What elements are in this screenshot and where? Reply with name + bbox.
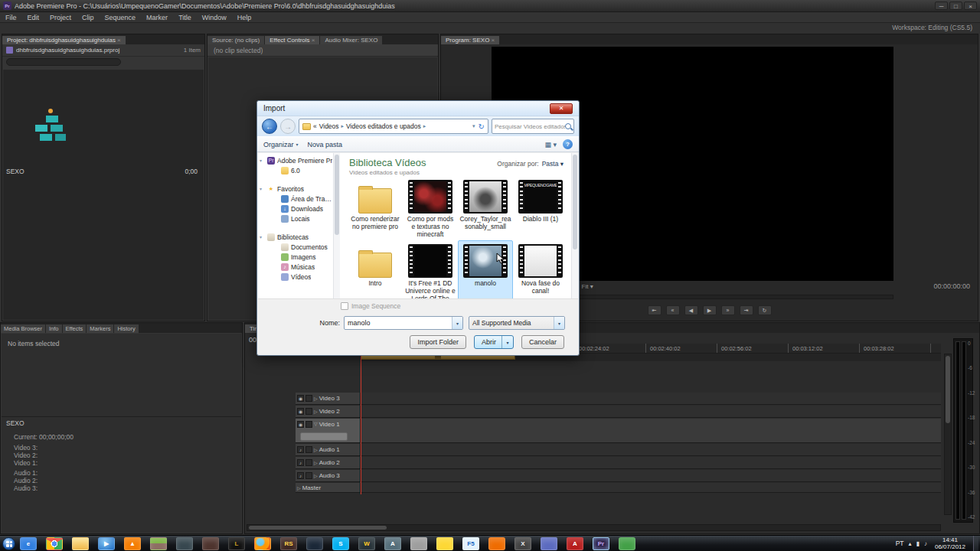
taskbar-icon[interactable]: ▶ [98, 537, 115, 550]
taskbar-icon[interactable] [150, 537, 167, 550]
taskbar-icon[interactable]: A [384, 537, 401, 550]
track-header-video3[interactable]: ◉ ▷ Video 3 [296, 393, 361, 404]
track-header-audio2[interactable]: ♪ ▷ Audio 2 [296, 457, 361, 468]
panel-tab[interactable]: History [114, 324, 139, 333]
file-item[interactable]: It's Free #1 DD Univerce online e Lords … [403, 240, 458, 298]
close-button[interactable]: × [964, 2, 977, 10]
toggle-track-lock-icon[interactable] [305, 395, 312, 402]
toggle-track-output-icon[interactable]: ◉ [297, 421, 304, 428]
video-thumbnail[interactable] [408, 180, 452, 214]
tab-project[interactable]: Project: dhbfruisdghasuidghasuighduias [2, 36, 126, 44]
toggle-track-mute-icon[interactable]: ♪ [297, 472, 304, 479]
transport-button[interactable]: ⇤ [648, 305, 662, 315]
toggle-track-output-icon[interactable]: ◉ [297, 395, 304, 402]
collapse-track-icon[interactable]: ▷ [314, 460, 318, 465]
transport-button[interactable]: ◀ [684, 305, 698, 315]
video-thumbnail[interactable] [518, 244, 563, 278]
organize-button[interactable]: Organizar▾ [263, 141, 299, 148]
taskbar-icon[interactable] [619, 537, 635, 550]
toggle-track-output-icon[interactable]: ◉ [297, 408, 304, 415]
track-header-audio3[interactable]: ♪ ▷ Audio 3 [296, 470, 361, 481]
new-folder-button[interactable]: Nova pasta [308, 141, 343, 148]
taskbar-icon[interactable] [46, 537, 63, 550]
panel-tab[interactable]: Source: (no clips) [207, 36, 265, 44]
open-button[interactable]: Abrir ▾ [474, 335, 514, 349]
file-item[interactable]: Como por mods e texturas no minecraft [403, 176, 458, 240]
file-item[interactable]: MPEQUENOGAME Diablo III (1) [513, 176, 568, 240]
sidebar-item[interactable]: ▾ Bibliotecas [258, 232, 333, 242]
sidebar-item[interactable]: Área de Trabalho [258, 194, 333, 204]
panel-tab[interactable]: Effect Controls [265, 36, 320, 44]
sequence-thumbnail[interactable] [23, 105, 78, 163]
panel-tab[interactable]: Markers [87, 324, 114, 333]
taskbar-icon[interactable]: RS [280, 537, 297, 550]
menu-item[interactable]: Help [232, 14, 257, 21]
taskbar-icon[interactable]: W [358, 537, 375, 550]
file-item-selected[interactable]: manolo [458, 240, 513, 298]
sidebar-item[interactable]: Imagens [258, 252, 333, 262]
expander-icon[interactable]: ▾ [260, 234, 265, 240]
track-header-master[interactable]: ▷ Master [296, 483, 361, 492]
checkbox-icon[interactable] [341, 302, 348, 310]
arrange-by-dropdown[interactable]: Pasta ▾ [542, 160, 564, 168]
history-dropdown-icon[interactable]: ▾ [472, 123, 475, 129]
sidebar-item[interactable]: ↓ Downloads [258, 204, 333, 214]
window-titlebar[interactable]: Pr Adobe Premiere Pro - C:\Usuários\Umpe… [0, 0, 980, 12]
video1-clip[interactable] [300, 432, 348, 441]
transport-button[interactable]: » [721, 305, 735, 315]
menu-item[interactable]: File [0, 14, 22, 21]
files-scrollbar[interactable] [571, 153, 578, 298]
track-content-audio3[interactable] [361, 470, 941, 481]
taskbar-icon[interactable]: S [332, 537, 349, 550]
sidebar-item[interactable]: 6.0 [258, 165, 333, 175]
project-item-list[interactable]: SEXO 0;00 [3, 70, 204, 320]
toggle-track-lock-icon[interactable] [305, 472, 312, 479]
menu-item[interactable]: Title [173, 14, 197, 21]
zoom-level-dropdown[interactable]: Fit ▾ [582, 283, 593, 290]
sidebar-item[interactable]: ▾ ★ Favoritos [258, 184, 333, 194]
taskbar-icon[interactable] [436, 537, 453, 550]
file-item[interactable]: Nova fase do canal! [513, 240, 568, 298]
transport-button[interactable]: « [666, 305, 680, 315]
image-sequence-checkbox[interactable]: Image Sequence [341, 302, 400, 310]
minimize-button[interactable]: ─ [935, 2, 948, 10]
language-indicator[interactable]: PT [896, 540, 904, 547]
project-search-input[interactable] [6, 58, 121, 66]
workspace-indicator[interactable]: Workspace: Editing (CS5.5) [892, 24, 972, 31]
collapse-track-icon[interactable]: ▽ [314, 421, 318, 426]
expander-icon[interactable]: ▾ [260, 158, 265, 163]
menu-item[interactable]: Project [44, 14, 77, 21]
refresh-icon[interactable]: ↻ [479, 122, 485, 131]
breadcrumb-segment-videos[interactable]: Videos [319, 122, 339, 130]
sidebar-scrollbar[interactable] [333, 153, 340, 298]
panel-tab[interactable]: Info [46, 324, 63, 333]
video-thumbnail[interactable]: MPEQUENOGAME [518, 180, 563, 214]
network-icon[interactable]: ▮ [916, 540, 920, 547]
taskbar-icon[interactable] [541, 537, 557, 550]
menu-item[interactable]: Clip [77, 14, 100, 21]
playhead[interactable] [361, 354, 361, 494]
back-button[interactable]: ← [262, 119, 277, 134]
file-item[interactable]: Corey_Taylor_rea sonably_small [458, 176, 513, 240]
track-content-video2[interactable] [361, 406, 941, 417]
track-content-audio2[interactable] [361, 457, 941, 468]
menu-item[interactable]: Edit [22, 14, 45, 21]
taskbar-icon[interactable]: e [20, 537, 37, 550]
clock[interactable]: 14:41 06/07/2012 [932, 536, 969, 550]
import-folder-button[interactable]: Import Folder [410, 335, 466, 349]
maximize-button[interactable]: □ [949, 2, 962, 10]
taskbar-icon[interactable] [254, 537, 271, 550]
taskbar-icon[interactable] [72, 537, 89, 550]
toggle-track-lock-icon[interactable] [305, 446, 312, 453]
toggle-track-lock-icon[interactable] [305, 421, 312, 428]
taskbar-icon[interactable] [410, 537, 427, 550]
collapse-track-icon[interactable]: ▷ [314, 409, 318, 414]
taskbar-icon[interactable]: A [567, 537, 583, 550]
track-content-video1[interactable] [361, 419, 941, 442]
timeline-horizontal-scrollbar[interactable] [247, 524, 941, 531]
taskbar-icon[interactable]: X [514, 537, 531, 550]
toggle-track-lock-icon[interactable] [305, 408, 312, 415]
filetype-dropdown[interactable]: All Supported Media ▾ [469, 316, 565, 330]
track-header-audio1[interactable]: ♪ ▷ Audio 1 [296, 444, 361, 455]
menu-item[interactable]: Window [197, 14, 232, 21]
